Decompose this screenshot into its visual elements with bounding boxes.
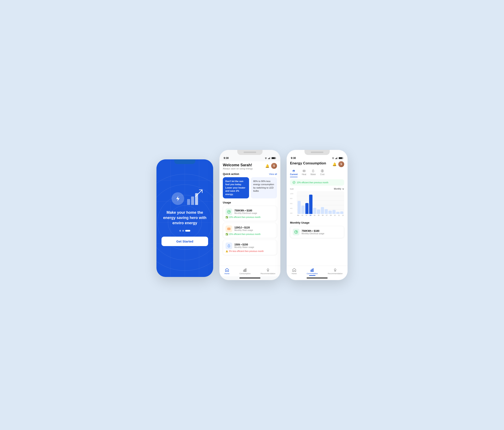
efficiency-1: ✅ 10% efficient then previous month [225,216,274,218]
home-indicator-3 [306,278,328,278]
usage-header-2: 120GJ • $120 Monthly Heat usage [225,225,274,232]
nav-recommendation-label-2: Recommendation [261,273,276,275]
x-12: 12 [342,215,344,216]
usage-info-2: 120GJ • $120 Monthly Heat usage [234,226,253,231]
nav-consumption-label-2: Consumption [239,273,251,275]
svg-rect-16 [270,157,270,159]
x-10: 10 [334,215,336,216]
y-600: 600 [290,203,296,204]
nav-consumption-3[interactable]: Consumption [306,268,318,275]
tab-water[interactable]: Water [310,169,316,177]
x-02: 02 [306,215,307,216]
y-axis-labels: 200 400 600 800 1000 [290,191,296,219]
usage-card-water[interactable]: 150lt • $150 Monthly Water usage ⚠️ 5% l… [223,240,277,255]
usage-main-1: 750KWh • $180 [234,209,257,212]
tab-cost[interactable]: Cost [320,169,325,177]
x-06: 06 [322,215,324,216]
battery-icon [271,157,276,159]
status-bar-3: 9:30 [287,156,348,161]
efficiency-2: ✅ 15% efficient then previous month [225,233,274,235]
monthly-usage-info: 750KWh • $180 Monthly Electrical usage [302,230,324,235]
nav-recommendation-2[interactable]: Recommendation [261,268,276,275]
bars-with-x: Mo 01 02 03 04 05 06 07 08 10 11 [297,191,344,219]
svg-rect-26 [243,270,244,272]
nav-home-2[interactable]: Home [225,268,230,275]
nav-consumption-label-3: Consumption [306,273,318,275]
current-tab-icon [292,169,296,173]
tab-current[interactable]: Current [290,169,297,177]
home-indicator-2 [239,278,261,278]
x-11: 11 [338,215,340,216]
recommendation-icon-3 [333,268,337,272]
consumption-tabs: Current Heat [290,169,344,177]
phone-speaker-2 [243,152,256,153]
phone-onboarding: Make your home the energy saving hero wi… [156,159,213,277]
bottom-nav-3: Home Consumption Recomme [287,266,348,276]
signal-icon-3 [335,157,338,159]
home-icon-3 [292,268,296,272]
x-07: 07 [326,215,328,216]
usage-icon-heat [225,225,232,232]
get-started-button[interactable]: Get Started [162,237,208,246]
heat-icon [227,227,231,231]
avatar-3[interactable]: S [338,161,344,167]
dot-1 [179,230,181,232]
tab-cost-label: Cost [320,173,325,176]
nav-home-label-2: Home [225,273,230,275]
bar-04 [313,208,316,214]
nav-recommendation-3[interactable]: Recommendation [328,268,343,275]
svg-rect-32 [336,158,336,159]
status-icons-3 [332,157,343,159]
app-content-3: Energy Consumption 🔔 S Current [287,161,348,266]
phone-1-inner: Make your home the energy saving hero wi… [156,159,213,277]
usage-card-electrical[interactable]: 750KWh • $180 Monthly Electrical usage ✅… [223,206,277,221]
nav-recommendation-label-3: Recommendation [328,273,343,275]
chart-with-y: 200 400 600 800 1000 [290,191,344,219]
avatar[interactable]: S [271,163,277,169]
status-bar-2: 9:30 [219,156,280,161]
tab-heat-label: Heat [302,173,306,176]
nav-home-3[interactable]: Home [292,268,297,275]
usage-sub-3: Monthly Water usage [234,246,254,248]
x-labels: Mo 01 02 03 04 05 06 07 08 10 11 [297,215,344,216]
svg-point-30 [333,159,333,159]
y-400: 400 [290,208,296,209]
view-all-link[interactable]: View all [269,173,277,175]
chevron-down-icon [342,188,344,190]
hero-illustration [171,192,198,205]
qa-card-blue: Don't let the sun fool you today. Lower … [223,177,249,198]
svg-rect-45 [311,270,311,272]
qa-card-white: 80% to 90% less energy consumption by sw… [251,177,277,198]
bell-icon[interactable]: 🔔 [265,164,270,168]
svg-rect-46 [312,269,312,272]
phone-home: 9:30 [219,150,280,280]
svg-point-29 [267,269,269,270]
svg-rect-34 [337,157,338,159]
page-dots [179,230,190,232]
app-header-2: Welcome Sarah! Always save on using ener… [223,161,277,170]
tab-current-label: Current [290,173,297,176]
welcome-subtitle: Always save on using energy [223,167,253,170]
wifi-icon-3 [332,157,334,159]
x-mo: Mo [297,215,299,216]
dot-active [185,230,190,232]
bar-05 [317,210,320,214]
monthly-usage-icon [293,229,299,235]
svg-point-48 [334,269,336,270]
usage-card-heat[interactable]: 120GJ • $120 Monthly Heat usage ✅ 15% ef… [223,223,277,238]
bar-06 [321,207,324,214]
chart-filter-dropdown[interactable]: Monthly [334,188,344,190]
header-actions: 🔔 S [265,163,277,169]
bell-icon-3[interactable]: 🔔 [333,162,337,166]
chart-area: Kwh Monthly 200 400 [290,188,344,219]
phone-2-inner: 9:30 [219,150,280,280]
svg-rect-31 [335,158,336,159]
svg-rect-27 [244,269,245,272]
monthly-usage-card[interactable]: 750KWh • $180 Monthly Electrical usage [290,226,344,238]
svg-rect-15 [269,158,269,159]
nav-consumption-2[interactable]: Consumption [239,268,251,275]
bar-01 [301,206,305,214]
tab-heat[interactable]: Heat [302,169,306,177]
x-08: 08 [330,215,332,216]
monthly-usage-sub: Monthly Electrical usage [302,233,324,235]
